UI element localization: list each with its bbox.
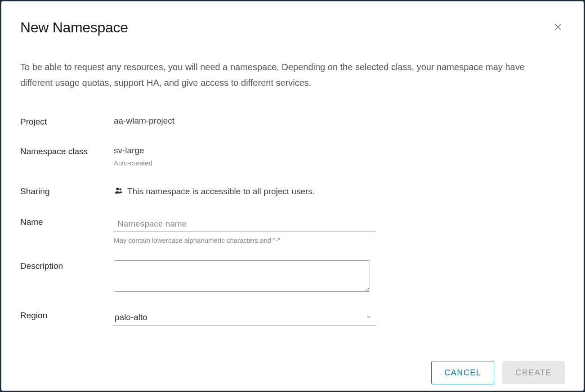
name-hint: May contain lowercase alphanumeric chara… <box>114 236 565 244</box>
project-label: Project <box>20 116 114 127</box>
namespace-class-subtext: Auto-created <box>114 159 565 167</box>
region-select[interactable]: palo-alto <box>114 310 375 326</box>
modal-header: New Namespace <box>20 19 565 36</box>
modal-footer: CANCEL CREATE <box>20 353 565 391</box>
users-icon <box>114 186 124 197</box>
region-row: Region palo-alto <box>20 310 565 326</box>
close-icon <box>553 22 563 33</box>
description-label: Description <box>20 260 114 271</box>
svg-point-3 <box>119 188 121 190</box>
sharing-row: Sharing This namespace is accessible to … <box>20 186 565 197</box>
name-input[interactable] <box>114 216 375 232</box>
intro-text: To be able to request any resources, you… <box>20 59 551 91</box>
create-button[interactable]: CREATE <box>502 361 565 384</box>
sharing-label: Sharing <box>20 186 114 196</box>
new-namespace-modal: New Namespace To be able to request any … <box>1 1 584 391</box>
name-label: Name <box>20 216 114 227</box>
namespace-class-row: Namespace class sv-large Auto-created <box>20 146 565 167</box>
region-label: Region <box>20 310 114 321</box>
project-row: Project aa-wlam-project <box>20 116 565 127</box>
close-button[interactable] <box>551 20 565 35</box>
modal-title: New Namespace <box>20 19 128 36</box>
name-row: Name May contain lowercase alphanumeric … <box>20 216 565 244</box>
sharing-text: This namespace is accessible to all proj… <box>127 187 315 196</box>
description-row: Description <box>20 260 565 294</box>
namespace-class-value: sv-large <box>114 146 565 156</box>
svg-point-2 <box>116 187 119 190</box>
description-input[interactable] <box>114 260 370 292</box>
namespace-class-label: Namespace class <box>20 146 114 156</box>
project-value: aa-wlam-project <box>114 116 565 126</box>
cancel-button[interactable]: CANCEL <box>431 361 494 384</box>
namespace-form: Project aa-wlam-project Namespace class … <box>20 116 565 345</box>
